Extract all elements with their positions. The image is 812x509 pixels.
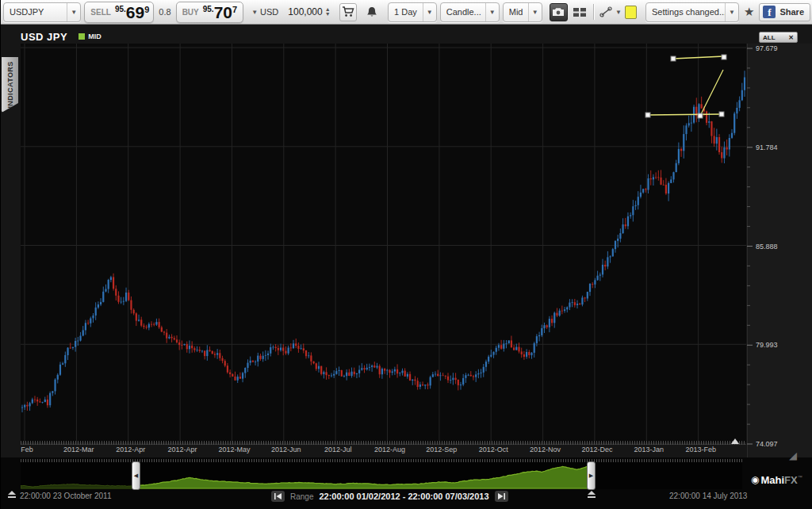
bell-icon xyxy=(366,6,377,18)
chevron-down-icon: ▼ xyxy=(251,9,258,16)
mahifx-ring-icon: ◉ xyxy=(751,474,759,486)
chart-type-label: Candle... xyxy=(441,7,485,17)
trend-line-drawing[interactable] xyxy=(645,55,726,118)
candles-series xyxy=(21,71,745,412)
facebook-share-button[interactable]: f Share xyxy=(759,3,810,21)
mahifx-logo: ◉ Mahi FX ™ xyxy=(751,474,802,486)
candlestick-plot[interactable] xyxy=(21,44,746,445)
navigator-right-handle[interactable]: ▶ xyxy=(587,461,596,490)
range-value: 22:00:00 01/02/2012 - 22:00:00 07/03/201… xyxy=(319,492,488,501)
chevron-down-icon: ▼ xyxy=(485,3,499,21)
alerts-button[interactable] xyxy=(362,3,381,21)
all-series-badge[interactable]: ALL ✕ xyxy=(759,32,798,43)
x-axis-label: 2012-May xyxy=(210,446,258,454)
x-axis-ruler xyxy=(21,441,746,445)
price-axis-column[interactable] xyxy=(747,44,812,457)
current-position-marker-icon xyxy=(731,438,739,444)
price-type-label: Mid xyxy=(504,7,528,17)
skip-start-icon xyxy=(274,493,282,499)
currency-select[interactable]: ▼ USD xyxy=(251,7,278,17)
y-axis-label: 79.993 xyxy=(756,341,778,349)
chart-title: USD JPY xyxy=(21,31,67,43)
chevron-down-icon: ▼ xyxy=(67,3,80,21)
data-end-time: 22:00:00 14 July 2013 xyxy=(669,492,747,500)
sell-label: SELL xyxy=(90,8,111,17)
chevron-down-icon: ▼ xyxy=(423,3,436,21)
price-type-select[interactable]: Mid ▼ xyxy=(503,2,542,22)
top-toolbar: USDJPY ▼ SELL 95. 69 9 0.8 BUY 95. 70 7 … xyxy=(1,0,812,25)
buy-price-pip: 7 xyxy=(232,5,237,14)
buy-label: BUY xyxy=(182,8,199,17)
amount-stepper[interactable]: ▲▼ xyxy=(325,7,331,17)
mid-legend[interactable]: MID xyxy=(79,33,102,40)
sell-price-small: 95. xyxy=(115,5,126,13)
y-axis-label: 97.679 xyxy=(756,44,778,52)
all-badge-label: ALL xyxy=(763,34,776,41)
data-start-time: 22:00:00 23 October 2011 xyxy=(20,492,111,500)
legend-label: MID xyxy=(88,33,102,40)
period-select[interactable]: 1 Day ▼ xyxy=(388,2,437,22)
amount-value: 100,000 xyxy=(288,6,322,17)
x-axis-label: 2012-Sep xyxy=(418,446,465,454)
y-axis-label: 91.784 xyxy=(756,144,778,151)
chart-titlebar: USD JPY MID xyxy=(21,29,102,44)
chart-type-select[interactable]: Candle... ▼ xyxy=(440,2,500,22)
y-axis-label: 74.097 xyxy=(756,440,778,448)
legend-swatch-icon xyxy=(79,33,85,40)
x-axis-label: 2012-Oct xyxy=(469,446,517,454)
symbol-label: USDJPY xyxy=(4,7,67,17)
x-axis-label: 2013-Feb xyxy=(677,446,725,454)
favorite-star-button[interactable]: ★ xyxy=(742,5,756,19)
chart-workspace: INDICATORS USD JPY MID ALL ✕ 97.67991.78… xyxy=(1,25,812,509)
drawing-color-swatch[interactable] xyxy=(625,6,637,19)
period-label: 1 Day xyxy=(389,7,423,17)
skip-to-end-button[interactable] xyxy=(495,491,508,502)
spread-value: 0.8 xyxy=(157,7,172,17)
camera-icon xyxy=(552,7,565,17)
x-axis-label: 2012-Mar xyxy=(55,446,102,454)
chevron-down-icon: ▼ xyxy=(528,3,542,21)
trading-app: USDJPY ▼ SELL 95. 69 9 0.8 BUY 95. 70 7 … xyxy=(0,0,812,509)
snapshot-button[interactable] xyxy=(550,3,568,21)
skip-to-start-button[interactable] xyxy=(271,491,285,502)
buy-button[interactable]: BUY 95. 70 7 xyxy=(176,2,244,23)
y-axis-label: 85.888 xyxy=(756,243,778,251)
settings-select[interactable]: Settings changed... ▼ xyxy=(645,2,739,22)
x-axis-label: 2012-Dec xyxy=(573,446,621,454)
selection-end-marker-icon xyxy=(587,491,596,499)
trend-line-icon xyxy=(599,6,613,18)
toolbar-separator xyxy=(593,4,594,20)
order-cart-button[interactable] xyxy=(339,3,358,21)
chevron-down-icon: ▼ xyxy=(725,3,738,21)
indicators-tab[interactable]: INDICATORS xyxy=(2,57,18,113)
facebook-icon: f xyxy=(763,6,776,18)
share-label: Share xyxy=(779,7,804,17)
x-axis-label: 2012-Aug xyxy=(366,446,413,454)
navigator-left-handle[interactable]: ◀ xyxy=(132,461,140,490)
close-icon[interactable]: ✕ xyxy=(788,34,794,41)
tiled-charts-icon xyxy=(573,7,586,17)
buy-price-small: 95. xyxy=(203,5,214,13)
x-axis-label: 2013-Jan xyxy=(625,446,672,454)
chevron-down-icon: ▼ xyxy=(615,9,622,16)
settings-label: Settings changed... xyxy=(646,7,725,17)
x-axis-label: 2012-Jul xyxy=(314,446,362,454)
x-axis-label: Feb xyxy=(3,446,51,454)
symbol-select[interactable]: USDJPY ▼ xyxy=(3,2,81,22)
sell-price-pip: 9 xyxy=(144,5,149,14)
x-axis-label: 2012-Apr xyxy=(107,446,155,454)
x-axis-label: 2012-Apr xyxy=(159,446,206,454)
x-axis-label: 2012-Jun xyxy=(262,446,310,454)
range-label: Range xyxy=(290,492,313,501)
buy-price-big: 70 xyxy=(214,2,232,22)
indicators-tab-label: INDICATORS xyxy=(6,61,14,108)
amount-field[interactable]: 100,000 ▲▼ xyxy=(288,6,330,17)
sell-price-big: 69 xyxy=(126,2,144,22)
layout-button[interactable] xyxy=(571,3,589,21)
range-navigator[interactable] xyxy=(21,462,742,489)
data-start-marker-icon xyxy=(7,491,17,499)
skip-end-icon xyxy=(498,493,505,499)
resize-grip[interactable]: ◢ xyxy=(789,450,797,461)
draw-line-tool-button[interactable]: ▼ xyxy=(599,6,622,18)
sell-button[interactable]: SELL 95. 69 9 xyxy=(84,2,154,23)
